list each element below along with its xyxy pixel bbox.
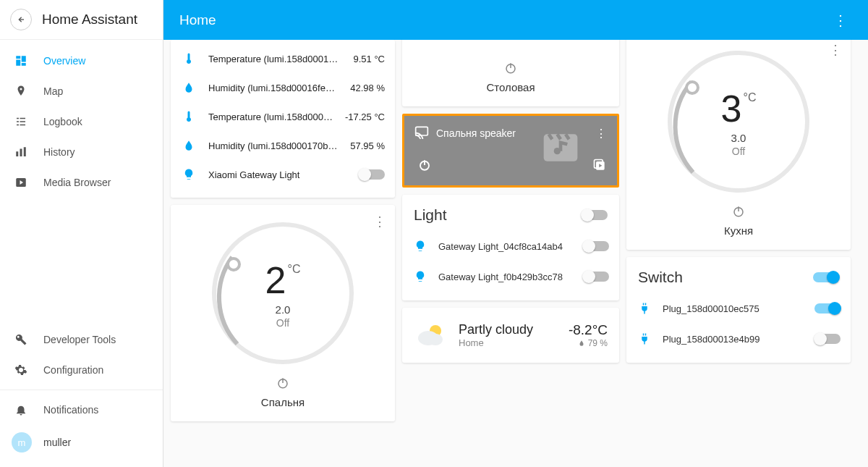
thermostat-card-bedroom[interactable]: ⋮ 2°C 2.0 Off Спальня (171, 205, 395, 421)
map-icon (13, 85, 29, 98)
appbar-menu-button[interactable]: ⋮ (829, 7, 852, 33)
sensor-label: Temperature (lumi.158d000170… (208, 112, 333, 122)
light-row[interactable]: Gateway Light_f0b429b3cc78 (412, 261, 609, 292)
room-name: Кухня (724, 224, 753, 237)
sensor-label: Humidity (lumi.158d000170b5a5) (208, 140, 339, 151)
switch-row[interactable]: Plug_158d00010ec575 (637, 293, 841, 324)
switch-toggle[interactable] (814, 334, 841, 344)
sensor-row[interactable]: Temperature (lumi.158d000170… -17.25 °C (181, 102, 385, 131)
sidebar-item-label: Overview (43, 55, 85, 67)
thermostat-card-kitchen[interactable]: ⋮ 3°C 3.0 Off Кухня (626, 40, 851, 250)
cast-icon (414, 125, 429, 142)
logbook-icon (13, 115, 29, 128)
sidebar-item-label: Developer Tools (43, 334, 116, 345)
sidebar-tools: Developer Tools Configuration (0, 319, 163, 385)
sidebar-nav: Overview Map Logbook History Media Brows… (0, 40, 163, 319)
sidebar-item-notifications[interactable]: Notifications (0, 395, 163, 425)
thermo-current: 3 (721, 87, 742, 130)
thermo-unit: °C (287, 263, 300, 276)
switch-row[interactable]: Plug_158d00013e4b99 (637, 324, 841, 354)
sensor-row[interactable]: Temperature (lumi.158d00016feb… 9.51 °C (181, 44, 385, 73)
dashboard: Temperature (lumi.158d00016feb… 9.51 °C … (163, 40, 868, 467)
sidebar-item-history[interactable]: History (0, 137, 163, 167)
light-group-toggle[interactable] (582, 210, 608, 220)
sidebar-item-media[interactable]: Media Browser (0, 167, 163, 198)
history-icon (13, 146, 29, 159)
sensor-label: Temperature (lumi.158d00016feb… (208, 54, 341, 64)
weather-icon (414, 318, 448, 353)
thermo-state: Off (721, 146, 757, 157)
dashboard-icon (13, 54, 29, 67)
sidebar-item-logbook[interactable]: Logbook (0, 106, 163, 137)
avatar: m (12, 432, 32, 453)
dash-col-2: 3.0 Off Столовая Спальня speaker ⋮ (402, 40, 619, 458)
thermometer-icon (181, 52, 197, 65)
browse-media-icon[interactable] (592, 158, 607, 175)
sensor-row[interactable]: Humidity (lumi.158d000170b5a5) 57.95 % (181, 131, 385, 160)
sensor-label: Xiaomi Gateway Light (208, 169, 347, 180)
bulb-icon (181, 168, 197, 181)
svg-rect-7 (24, 147, 26, 156)
power-button[interactable] (414, 155, 435, 175)
sensor-value: 42.98 % (350, 83, 385, 93)
svg-rect-15 (416, 127, 428, 135)
divider (0, 390, 163, 390)
menu-button[interactable] (10, 9, 32, 30)
media-player-card[interactable]: Спальня speaker ⋮ (402, 114, 619, 188)
power-button[interactable] (501, 58, 521, 78)
light-row[interactable]: Gateway Light_04cf8ca14ab4 (412, 231, 609, 261)
thermo-target: 2.0 (265, 303, 301, 316)
weather-card[interactable]: Partly cloudy Home -8.2°C 79 % (402, 308, 619, 363)
sensor-value: -17.25 °C (345, 112, 385, 122)
svg-rect-2 (16, 60, 20, 66)
power-button[interactable] (273, 373, 293, 393)
room-name: Спальня (261, 396, 305, 408)
sensor-row[interactable]: Xiaomi Gateway Light (181, 160, 385, 189)
sidebar-item-label: Logbook (43, 116, 82, 127)
sidebar-item-label: Media Browser (43, 177, 111, 188)
svg-rect-1 (16, 56, 20, 59)
svg-point-26 (686, 82, 698, 93)
sensor-label: Humidity (lumi.158d00016feb7b) (208, 83, 339, 93)
weather-location: Home (459, 337, 558, 348)
more-icon[interactable]: ⋮ (595, 127, 607, 140)
sidebar-item-config[interactable]: Configuration (0, 355, 163, 385)
light-toggle[interactable] (583, 272, 609, 282)
switch-group-toggle[interactable] (813, 272, 839, 282)
sidebar-item-devtools[interactable]: Developer Tools (0, 324, 163, 355)
more-icon[interactable]: ⋮ (370, 211, 389, 232)
sensor-row[interactable]: Humidity (lumi.158d00016feb7b) 42.98 % (181, 73, 385, 102)
sidebar-item-label: History (43, 146, 75, 158)
switch-label: Plug_158d00013e4b99 (663, 334, 804, 345)
weather-humidity: 79 % (588, 338, 608, 348)
svg-rect-6 (20, 149, 22, 157)
room-name: Столовая (486, 81, 535, 93)
light-card: Light Gateway Light_04cf8ca14ab4 Gateway… (402, 195, 619, 300)
thermometer-icon (181, 110, 197, 123)
more-icon[interactable]: ⋮ (826, 40, 845, 61)
page-title: Home (179, 12, 216, 28)
power-button[interactable] (728, 201, 749, 222)
main: Home ⋮ Temperature (lumi.158d00016feb… 9… (163, 0, 868, 467)
humidity-icon (181, 139, 197, 152)
switch-card: Switch Plug_158d00010ec575 Plug_158d0001… (626, 257, 851, 363)
switch-label: Plug_158d00010ec575 (663, 303, 804, 314)
sidebar-item-overview[interactable]: Overview (0, 46, 163, 76)
bell-icon (13, 403, 29, 416)
switch-toggle[interactable] (814, 303, 841, 314)
light-toggle[interactable] (583, 241, 609, 251)
gateway-light-toggle[interactable] (359, 169, 385, 180)
thermostat-card-dining[interactable]: 3.0 Off Столовая (402, 40, 619, 106)
svg-rect-4 (22, 63, 26, 66)
weather-temp: -8.2°C (569, 322, 608, 338)
sensors-card: Temperature (lumi.158d00016feb… 9.51 °C … (171, 40, 395, 198)
humidity-icon (181, 81, 197, 94)
sidebar-item-map[interactable]: Map (0, 76, 163, 106)
light-label: Gateway Light_04cf8ca14ab4 (438, 241, 573, 252)
sidebar-item-label: Notifications (43, 404, 98, 416)
sidebar-item-label: Configuration (43, 364, 103, 376)
sensor-value: 9.51 °C (353, 54, 385, 64)
sidebar: Home Assistant Overview Map Logbook Hist… (0, 0, 163, 467)
sidebar-user[interactable]: m muller (0, 425, 163, 460)
card-title: Switch (638, 269, 683, 286)
